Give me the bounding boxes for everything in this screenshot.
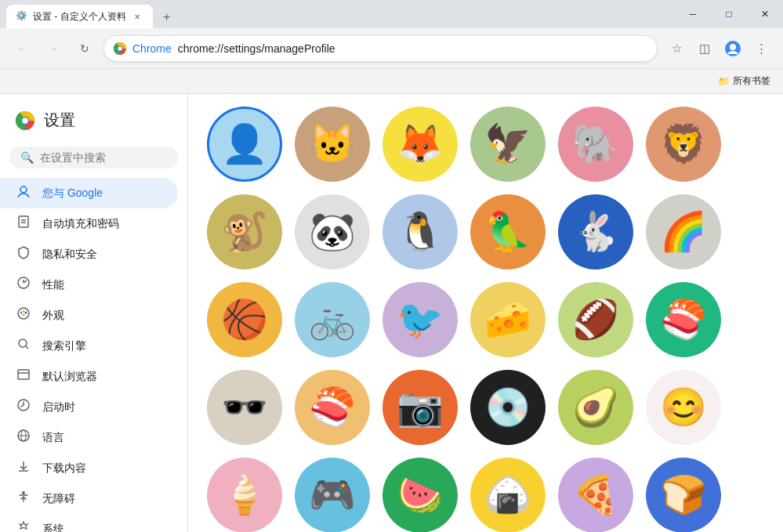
avatar-circle[interactable]: 🍣 — [646, 282, 721, 357]
tab-strip: ⚙️ 设置 - 自定义个人资料 ✕ + — [0, 0, 178, 28]
tab-close-button[interactable]: ✕ — [131, 10, 143, 23]
avatar-circle[interactable]: 🐒 — [207, 194, 282, 270]
sidebar-item-download[interactable]: 下载内容 — [0, 453, 178, 483]
bookmarks-bar: 📁 所有书签 — [0, 69, 783, 94]
download-icon — [16, 459, 31, 477]
avatar-circle[interactable]: 🍦 — [207, 458, 282, 532]
avatar-emoji: 😊 — [660, 389, 707, 426]
avatar-emoji: 🍦 — [221, 476, 268, 514]
sidebar-item-language[interactable]: 语言 — [0, 422, 178, 453]
sidebar-item-performance[interactable]: 性能 — [0, 270, 178, 300]
avatar-emoji: 🐒 — [221, 213, 268, 251]
sidebar-item-system[interactable]: 系统 — [0, 514, 178, 532]
minimize-button[interactable]: ─ — [675, 0, 711, 28]
svg-point-19 — [23, 314, 25, 317]
avatar-circle[interactable]: 🏈 — [558, 282, 633, 357]
avatar-grid: 👤🐱🦊🦅🐘🦁🐒🐼🐧🦜🐇🌈🏀🚲🐦🧀🏈🍣🕶️🍣📷💿🥑😊🍦🎮🍉🍙🍕🍞 — [188, 94, 783, 532]
avatar-emoji: 🥑 — [572, 389, 619, 426]
avatar-circle[interactable]: 🍉 — [382, 458, 458, 532]
avatar-circle[interactable]: 🐼 — [295, 194, 370, 270]
close-button[interactable]: ✕ — [747, 0, 783, 28]
avatar-circle[interactable]: 🐱 — [295, 107, 370, 182]
sidebar-item-search[interactable]: 搜索引擎 — [0, 331, 178, 361]
avatar-circle[interactable]: 🍙 — [470, 458, 546, 532]
reload-button[interactable]: ↻ — [72, 36, 97, 61]
sidebar-item-label-google: 您与 Google — [42, 186, 103, 201]
back-button[interactable]: ← — [9, 36, 34, 61]
avatar-emoji: 🦅 — [484, 125, 531, 163]
avatar-emoji: 🐼 — [309, 213, 356, 251]
avatar-circle[interactable]: 🍞 — [646, 458, 721, 532]
avatar-circle[interactable]: 🍣 — [295, 370, 370, 445]
avatar-circle[interactable]: 🦁 — [646, 107, 721, 182]
sidebar-item-label-download: 下载内容 — [42, 461, 86, 476]
svg-point-7 — [22, 118, 28, 124]
avatar-circle[interactable]: 😊 — [646, 370, 721, 445]
sidebar-item-label-startup: 启动时 — [42, 400, 75, 414]
omnibox[interactable]: Chrome chrome://settings/manageProfile — [103, 35, 658, 62]
url-display: chrome://settings/manageProfile — [178, 42, 647, 55]
avatar-circle[interactable]: 🦜 — [470, 194, 546, 270]
avatar-circle[interactable]: 🚲 — [295, 282, 370, 357]
avatar-circle[interactable]: 🐘 — [558, 107, 633, 182]
browser-icon — [16, 367, 31, 385]
address-bar: ← → ↻ Chrome chrome://settings/managePro… — [0, 28, 783, 69]
avatar-circle[interactable]: 💿 — [470, 370, 546, 445]
sidebar-item-label-system: 系统 — [42, 523, 64, 533]
titlebar: ⚙️ 设置 - 自定义个人资料 ✕ + ─ □ ✕ — [0, 0, 783, 28]
avatar-emoji: 👤 — [221, 125, 268, 163]
forward-button[interactable]: → — [41, 36, 66, 61]
avatar-circle[interactable]: 🥑 — [558, 370, 633, 445]
avatar-circle[interactable]: 🧀 — [470, 282, 546, 357]
sidebar-item-startup[interactable]: 启动时 — [0, 392, 178, 422]
sidebar-item-accessibility[interactable]: 无障碍 — [0, 483, 178, 514]
profile-button[interactable] — [720, 36, 745, 61]
content-area: 👤🐱🦊🦅🐘🦁🐒🐼🐧🦜🐇🌈🏀🚲🐦🧀🏈🍣🕶️🍣📷💿🥑😊🍦🎮🍉🍙🍕🍞 划动查看其他头像… — [188, 94, 783, 532]
window-controls: ─ □ ✕ — [675, 0, 783, 28]
google-icon — [16, 184, 31, 202]
avatar-emoji: 🌈 — [660, 213, 707, 251]
sidebar-item-autofill[interactable]: 自动填充和密码 — [0, 208, 178, 239]
avatar-emoji: 🦜 — [484, 213, 531, 251]
sidebar-item-label-search: 搜索引擎 — [42, 339, 86, 353]
system-icon — [16, 520, 31, 532]
avatar-circle[interactable]: 📷 — [382, 370, 458, 445]
avatar-circle[interactable]: 🕶️ — [207, 370, 282, 445]
sidebar-nav: 您与 Google自动填充和密码隐私和安全性能外观搜索引擎默认浏览器启动时语言下… — [0, 178, 187, 532]
avatar-emoji: 🍕 — [572, 476, 619, 514]
folder-icon: 📁 — [718, 76, 730, 87]
avatar-circle[interactable]: 🏀 — [207, 282, 282, 357]
sidebar-item-browser[interactable]: 默认浏览器 — [0, 361, 178, 392]
avatar-circle[interactable]: 🍕 — [558, 458, 633, 532]
startup-icon — [16, 398, 31, 416]
sidebar-item-google[interactable]: 您与 Google — [0, 178, 178, 208]
avatar-circle[interactable]: 🦅 — [470, 107, 546, 182]
settings-title: 设置 — [44, 110, 75, 131]
new-tab-button[interactable]: + — [156, 6, 178, 28]
avatar-circle[interactable]: 👤 — [207, 107, 282, 182]
avatar-circle[interactable]: 🦊 — [382, 107, 458, 182]
all-bookmarks-item[interactable]: 📁 所有书签 — [712, 73, 777, 89]
avatar-circle[interactable]: 🐧 — [382, 194, 458, 270]
avatar-emoji: 🧀 — [484, 301, 531, 338]
settings-search-box[interactable]: 🔍 — [9, 147, 178, 168]
settings-search-input[interactable] — [40, 151, 167, 164]
avatar-circle[interactable]: 🎮 — [295, 458, 370, 532]
svg-point-8 — [20, 186, 27, 193]
sidebar-item-label-appearance: 外观 — [42, 309, 64, 323]
sidebar-item-label-browser: 默认浏览器 — [42, 370, 97, 384]
avatar-circle[interactable]: 🌈 — [646, 194, 721, 270]
sidebar-item-label-language: 语言 — [42, 431, 64, 445]
avatar-emoji: 🚲 — [309, 301, 356, 338]
language-icon — [16, 429, 31, 447]
sidebar-item-appearance[interactable]: 外观 — [0, 300, 178, 331]
sidebar-item-privacy[interactable]: 隐私和安全 — [0, 239, 178, 270]
active-tab[interactable]: ⚙️ 设置 - 自定义个人资料 ✕ — [6, 5, 153, 28]
sidebar-toggle-button[interactable]: ◫ — [692, 36, 717, 61]
maximize-button[interactable]: □ — [711, 0, 747, 28]
avatar-circle[interactable]: 🐇 — [558, 194, 633, 270]
avatar-circle[interactable]: 🐦 — [382, 282, 458, 357]
avatar-emoji: 📷 — [397, 389, 444, 426]
chrome-menu-button[interactable]: ⋮ — [749, 36, 774, 61]
bookmark-button[interactable]: ☆ — [664, 36, 689, 61]
